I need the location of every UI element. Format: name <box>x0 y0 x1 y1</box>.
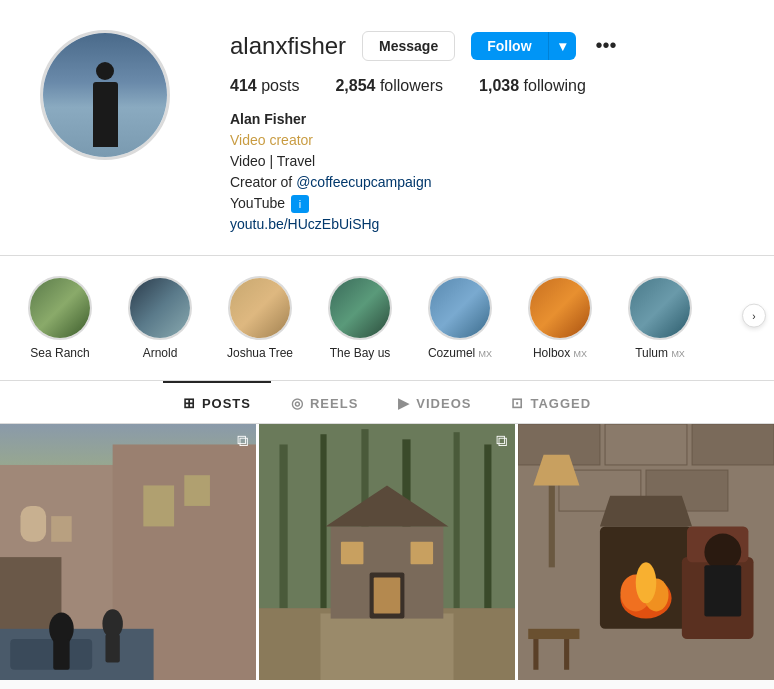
highlight-bay-us[interactable]: The Bay us <box>320 276 400 360</box>
follow-dropdown-button[interactable]: ▾ <box>548 32 576 60</box>
tagged-icon: ⊡ <box>511 395 524 411</box>
stats-row: 414 posts 2,854 followers 1,038 followin… <box>230 77 734 95</box>
profile-info: alanxfisher Message Follow ▾ ••• 414 pos… <box>230 30 734 235</box>
svg-rect-48 <box>564 639 569 670</box>
highlight-circle-tulum <box>628 276 692 340</box>
tabs-section: ⊞ POSTS ◎ REELS ▶ VIDEOS ⊡ TAGGED <box>0 381 774 424</box>
svg-rect-31 <box>692 424 774 465</box>
multi-photo-icon-2: ⧉ <box>496 432 507 450</box>
follow-button[interactable]: Follow <box>471 32 547 60</box>
followers-count: 2,854 <box>335 77 375 94</box>
svg-rect-21 <box>320 613 453 680</box>
svg-rect-26 <box>411 542 434 565</box>
more-options-button[interactable]: ••• <box>592 30 621 61</box>
highlight-img-joshua-tree <box>230 278 290 338</box>
info-icon: i <box>291 195 309 213</box>
highlight-arnold[interactable]: Arnold <box>120 276 200 360</box>
highlights-next-arrow[interactable]: › <box>742 304 766 328</box>
tab-tagged[interactable]: ⊡ TAGGED <box>491 381 611 423</box>
highlight-label-cozumel: Cozumel MX <box>428 346 492 360</box>
chevron-down-icon: ▾ <box>559 38 566 54</box>
highlight-label-bay-us: The Bay us <box>330 346 391 360</box>
following-count: 1,038 <box>479 77 519 94</box>
tab-tagged-label: TAGGED <box>530 396 591 411</box>
highlight-img-cozumel <box>430 278 490 338</box>
svg-rect-4 <box>51 516 71 542</box>
bio-line2: Creator of @coffeecupcampaign <box>230 172 734 193</box>
posts-stat[interactable]: 414 posts <box>230 77 299 95</box>
svg-rect-44 <box>549 485 555 567</box>
youtube-link[interactable]: youtu.be/HUczEbUiSHg <box>230 216 379 232</box>
bio-link-line: youtu.be/HUczEbUiSHg <box>230 214 734 235</box>
svg-marker-35 <box>600 496 692 527</box>
highlight-img-tulum <box>630 278 690 338</box>
svg-rect-12 <box>105 634 119 663</box>
svg-rect-19 <box>484 444 491 608</box>
highlight-img-sea-ranch <box>30 278 90 338</box>
tab-posts-label: POSTS <box>202 396 251 411</box>
bio-line3: YouTube i <box>230 193 734 214</box>
svg-rect-46 <box>528 629 579 639</box>
highlight-tulum[interactable]: Tulum MX <box>620 276 700 360</box>
reels-icon: ◎ <box>291 395 304 411</box>
svg-point-39 <box>636 562 656 603</box>
video-icon: ▶ <box>398 395 410 411</box>
highlight-label-arnold: Arnold <box>143 346 178 360</box>
followers-label: followers <box>380 77 443 94</box>
highlight-img-bay-us <box>330 278 390 338</box>
posts-label: posts <box>261 77 299 94</box>
highlight-holbox[interactable]: Holbox MX <box>520 276 600 360</box>
highlight-img-arnold <box>130 278 190 338</box>
username: alanxfisher <box>230 32 346 60</box>
highlight-joshua-tree[interactable]: Joshua Tree <box>220 276 300 360</box>
grid-post-3[interactable] <box>518 424 774 680</box>
svg-rect-14 <box>279 444 287 608</box>
svg-rect-18 <box>454 432 460 608</box>
tab-videos[interactable]: ▶ VIDEOS <box>378 381 491 423</box>
following-stat[interactable]: 1,038 following <box>479 77 586 95</box>
holbox-mx: MX <box>574 349 588 359</box>
highlight-circle-arnold <box>128 276 192 340</box>
svg-rect-5 <box>143 485 174 526</box>
coffee-cup-link[interactable]: @coffeecupcampaign <box>296 174 431 190</box>
svg-rect-10 <box>53 639 69 670</box>
tab-posts[interactable]: ⊞ POSTS <box>163 381 271 423</box>
bio-section: Alan Fisher Video creator Video | Travel… <box>230 109 734 235</box>
bio-line1: Video | Travel <box>230 151 734 172</box>
profile-header: alanxfisher Message Follow ▾ ••• 414 pos… <box>0 0 774 256</box>
following-label: following <box>524 77 586 94</box>
highlight-circle-sea-ranch <box>28 276 92 340</box>
highlight-circle-bay-us <box>328 276 392 340</box>
highlight-label-sea-ranch: Sea Ranch <box>30 346 89 360</box>
followers-stat[interactable]: 2,854 followers <box>335 77 443 95</box>
profile-top-row: alanxfisher Message Follow ▾ ••• <box>230 30 734 61</box>
highlight-label-joshua-tree: Joshua Tree <box>227 346 293 360</box>
bio-name: Alan Fisher <box>230 109 734 130</box>
svg-rect-15 <box>320 434 326 608</box>
svg-rect-3 <box>20 506 46 542</box>
cozumel-mx: MX <box>479 349 493 359</box>
highlight-label-holbox: Holbox MX <box>533 346 587 360</box>
svg-rect-27 <box>374 578 401 614</box>
message-button[interactable]: Message <box>362 31 455 61</box>
highlights-section: Sea Ranch Arnold Joshua Tree The Bay us … <box>0 256 774 381</box>
tab-reels[interactable]: ◎ REELS <box>271 381 378 423</box>
grid-post-2[interactable]: ⧉ <box>259 424 515 680</box>
svg-point-11 <box>102 609 122 638</box>
svg-rect-25 <box>341 542 364 565</box>
svg-rect-30 <box>605 424 687 465</box>
multi-photo-icon: ⧉ <box>237 432 248 450</box>
highlight-circle-joshua-tree <box>228 276 292 340</box>
svg-rect-43 <box>704 565 741 616</box>
avatar[interactable] <box>40 30 170 160</box>
bio-occupation: Video creator <box>230 130 734 151</box>
grid-post-1[interactable]: ⧉ <box>0 424 256 680</box>
svg-point-42 <box>704 534 741 571</box>
tab-videos-label: VIDEOS <box>416 396 471 411</box>
grid-icon: ⊞ <box>183 395 196 411</box>
highlight-sea-ranch[interactable]: Sea Ranch <box>20 276 100 360</box>
svg-rect-47 <box>533 639 538 670</box>
highlight-cozumel[interactable]: Cozumel MX <box>420 276 500 360</box>
svg-rect-8 <box>10 639 92 670</box>
tulum-mx: MX <box>671 349 685 359</box>
